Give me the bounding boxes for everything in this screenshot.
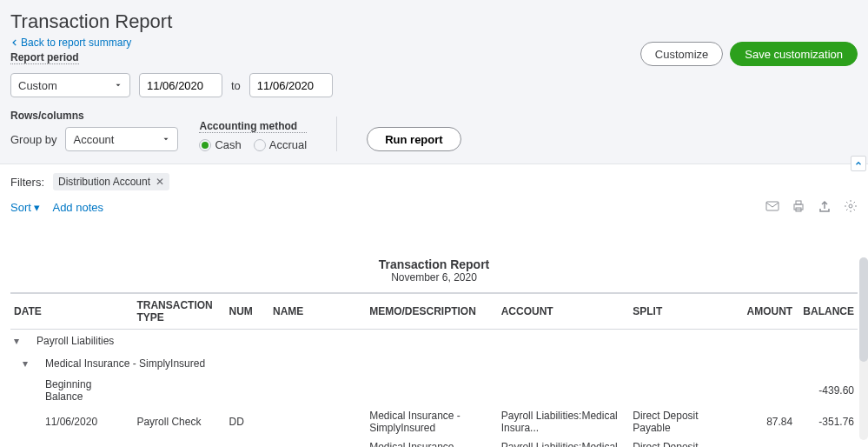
cell-type: Payroll Check [133,437,225,447]
cell-date: 11/06/2020 [10,406,133,437]
cell-balance: -263.92 [796,437,858,447]
report-period-label: Report period [10,51,79,64]
date-to-input[interactable] [249,73,333,97]
beginning-balance-value: -439.60 [796,375,858,406]
collapse-header-button[interactable] [851,156,866,171]
collapse-toggle-icon[interactable]: ▾ [14,335,19,347]
group-row-label: Medical Insurance - SimplyInsured [31,357,205,370]
cell-date: 11/06/2020 [10,437,133,447]
svg-point-4 [849,204,852,208]
add-notes-link[interactable]: Add notes [52,201,103,214]
col-account: ACCOUNT [498,293,630,330]
col-name: NAME [269,293,366,330]
col-num: NUM [226,293,270,330]
cell-account: Payroll Liabilities:Medical Insura... [498,406,630,437]
filter-chip-text: Distribution Account [58,176,150,188]
cell-split: Direct Deposit Payable [629,437,734,447]
save-customization-button[interactable]: Save customization [730,42,858,66]
cell-split: Direct Deposit Payable [629,406,734,437]
col-amount: AMOUNT [734,293,796,330]
group-row-label: Payroll Liabilities [23,335,114,347]
accrual-radio-label: Accrual [269,138,307,151]
print-icon[interactable] [792,199,805,216]
report-table: DATE TRANSACTION TYPE NUM NAME MEMO/DESC… [10,292,858,447]
rows-columns-label: Rows/columns [10,110,178,122]
cell-name [269,437,366,447]
col-date: DATE [10,293,133,330]
group-by-select[interactable]: Account [65,127,178,151]
cell-num: DD [226,406,270,437]
cell-memo: Medical Insurance - SimplyInsured [366,437,498,447]
to-label: to [231,79,241,92]
cell-account: Payroll Liabilities:Medical Insura... [498,437,630,447]
cash-radio[interactable]: Cash [199,138,241,151]
cell-amount: 87.84 [734,437,796,447]
page-title: Transaction Report [10,10,858,33]
collapse-toggle-icon[interactable]: ▾ [23,357,28,370]
radio-dot-icon [254,139,266,151]
group-by-value: Account [73,133,114,146]
col-type: TRANSACTION TYPE [133,293,225,330]
table-row[interactable]: 11/06/2020 Payroll Check DD Medical Insu… [10,406,858,437]
svg-rect-2 [796,201,801,204]
beginning-balance-label: Beginning Balance [10,375,133,406]
group-by-label: Group by [10,133,56,146]
period-select-value: Custom [18,79,57,92]
cell-memo: Medical Insurance - SimplyInsured [366,406,498,437]
scrollbar-thumb[interactable] [859,257,868,362]
vertical-divider [336,117,337,151]
table-row[interactable]: 11/06/2020 Payroll Check DD Medical Insu… [10,437,858,447]
cell-num: DD [226,437,270,447]
email-icon[interactable] [765,199,779,216]
col-memo: MEMO/DESCRIPTION [366,293,498,330]
cell-amount: 87.84 [734,406,796,437]
filter-chip: Distribution Account ✕ [53,173,169,190]
run-report-button[interactable]: Run report [367,127,461,151]
sort-menu[interactable]: Sort ▾ [10,201,40,214]
accrual-radio[interactable]: Accrual [254,138,307,151]
filters-label: Filters: [10,176,44,189]
cell-balance: -351.76 [796,406,858,437]
col-split: SPLIT [629,293,734,330]
cash-radio-label: Cash [215,138,241,151]
vertical-scrollbar[interactable] [859,257,868,440]
chevron-up-icon [854,159,863,168]
sort-label: Sort [10,201,31,214]
accounting-method-label: Accounting method [199,120,307,133]
cell-name [269,406,366,437]
report-subtitle: November 6, 2020 [10,271,858,284]
back-link-text: Back to report summary [21,37,131,49]
cell-type: Payroll Check [133,406,225,437]
filter-chip-close[interactable]: ✕ [156,176,164,188]
gear-icon[interactable] [844,199,858,216]
col-balance: BALANCE [796,293,858,330]
radio-dot-icon [199,139,211,151]
date-from-input[interactable] [139,73,222,97]
report-title: Transaction Report [10,257,858,271]
chevron-left-icon [10,38,19,47]
export-icon[interactable] [818,199,832,216]
period-select[interactable]: Custom [10,73,130,97]
customize-button[interactable]: Customize [640,42,723,66]
svg-rect-0 [766,202,779,210]
caret-down-icon [162,135,170,143]
caret-down-icon [114,81,123,90]
back-link[interactable]: Back to report summary [10,37,131,49]
